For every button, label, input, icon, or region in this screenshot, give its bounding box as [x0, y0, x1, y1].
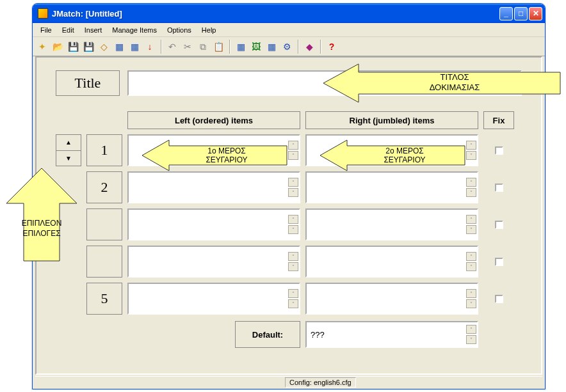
- maximize-button[interactable]: □: [514, 7, 528, 20]
- web4-icon: ⚙: [283, 42, 291, 51]
- right-item-input[interactable]: [307, 210, 477, 239]
- default-input[interactable]: [307, 322, 477, 347]
- tb-config-button[interactable]: ◆: [302, 40, 316, 54]
- tb-saveall-button[interactable]: 💾: [81, 40, 95, 54]
- left-item-input[interactable]: [129, 284, 299, 313]
- scroll-down-button[interactable]: ˅: [466, 262, 476, 271]
- scroll-up-button[interactable]: ˄: [288, 215, 298, 224]
- callout-extra-line2: ΕΠΙΛΟΓΕΣ: [22, 229, 60, 238]
- callout-right-item: 2ο ΜΕΡΟΣ ΣΕΥΓΑΡΙΟΥ: [320, 137, 467, 173]
- right-item-input[interactable]: [307, 284, 477, 313]
- tb-arrowdown-button[interactable]: ↓: [143, 40, 157, 54]
- export1-icon: ▦: [115, 42, 124, 51]
- menubar: File Edit Insert Manage Items Options He…: [33, 23, 545, 37]
- left-item-input[interactable]: [129, 173, 299, 202]
- scroll-down-button[interactable]: ˅: [466, 225, 476, 234]
- reorder-buttons: ▲ ▼: [56, 134, 81, 166]
- item-row: 5 ˄˅ ˄˅: [56, 283, 522, 315]
- scroll-down-button[interactable]: ˅: [466, 188, 476, 197]
- minimize-button[interactable]: _: [499, 7, 513, 20]
- menu-file[interactable]: File: [35, 24, 57, 36]
- menu-options[interactable]: Options: [162, 24, 197, 36]
- callout-title-line1: ΤΙΤΛΟΣ: [440, 72, 469, 82]
- web1-icon: ▦: [237, 42, 245, 51]
- right-item-field: ˄˅: [305, 171, 478, 203]
- tb-web4-button[interactable]: ⚙: [280, 40, 294, 54]
- item-row: 2 ˄˅ ˄˅: [56, 171, 522, 203]
- callout-title-line2: ΔΟΚΙΜΑΣΙΑΣ: [430, 82, 480, 92]
- tb-web1-button[interactable]: ▦: [234, 40, 248, 54]
- scroll-down-button[interactable]: ˅: [288, 151, 298, 160]
- toolbar-separator: [229, 40, 230, 54]
- tb-image-button[interactable]: 🖼: [249, 40, 263, 54]
- menu-manage-items[interactable]: Manage Items: [107, 24, 162, 36]
- fix-cell: [483, 208, 514, 240]
- item-row: ˄˅ ˄˅: [56, 208, 522, 240]
- scroll-up-button[interactable]: ˄: [466, 178, 476, 187]
- tb-help-button[interactable]: ?: [325, 40, 339, 54]
- scroll-up-button[interactable]: ˄: [466, 141, 476, 150]
- fix-checkbox[interactable]: [495, 295, 503, 303]
- scroll-up-button[interactable]: ˄: [288, 141, 298, 150]
- tb-save-button[interactable]: 💾: [66, 40, 80, 54]
- left-item-input[interactable]: [129, 210, 299, 239]
- row-number: 1: [86, 134, 122, 166]
- scroll-up-button[interactable]: ˄: [466, 215, 476, 224]
- scroll-up-button[interactable]: ˄: [466, 252, 476, 261]
- new-icon: ✦: [38, 42, 46, 51]
- tb-new-button[interactable]: ✦: [35, 40, 49, 54]
- tb-web3-button[interactable]: ▦: [264, 40, 279, 54]
- fix-cell: [483, 283, 514, 315]
- tb-paste-button[interactable]: 📋: [211, 40, 225, 54]
- titlebar[interactable]: JMatch: [Untitled] _ □ ✕: [33, 4, 545, 23]
- right-item-input[interactable]: [307, 173, 477, 202]
- right-items-header[interactable]: Right (jumbled) items: [305, 111, 478, 129]
- right-item-input[interactable]: [307, 247, 477, 276]
- toolbar-separator: [161, 40, 161, 54]
- left-item-input[interactable]: [129, 247, 299, 276]
- callout-left-item: 1ο ΜΕΡΟΣ ΣΕΥΓΑΡΙΟΥ: [142, 137, 289, 173]
- scroll-up-button[interactable]: ˄: [288, 178, 298, 187]
- paste-icon: 📋: [213, 42, 224, 51]
- toolbar: ✦ 📂 💾 💾 ◇ ▦ ▦ ↓ ↶ ✂ ⧉ 📋 ▦ 🖼 ▦ ⚙ ◆ ?: [33, 37, 545, 56]
- tb-open-button[interactable]: 📂: [51, 40, 65, 54]
- tb-erase-button[interactable]: ◇: [97, 40, 111, 54]
- move-up-button[interactable]: ▲: [56, 135, 81, 150]
- close-button[interactable]: ✕: [529, 7, 542, 20]
- tb-export1-button[interactable]: ▦: [112, 40, 126, 54]
- fix-checkbox[interactable]: [495, 146, 503, 155]
- tb-cut-button[interactable]: ✂: [181, 40, 195, 54]
- toolbar-separator: [320, 40, 321, 54]
- item-row: ˄˅ ˄˅: [56, 246, 522, 278]
- menu-help[interactable]: Help: [197, 24, 222, 36]
- left-items-header[interactable]: Left (ordered) items: [127, 111, 300, 129]
- menu-insert[interactable]: Insert: [79, 24, 108, 36]
- menu-edit[interactable]: Edit: [57, 24, 79, 36]
- scroll-down-button[interactable]: ˅: [288, 188, 298, 197]
- fix-header[interactable]: Fix: [483, 111, 514, 129]
- fix-checkbox[interactable]: [495, 221, 503, 229]
- open-icon: 📂: [53, 42, 63, 51]
- scroll-down-button[interactable]: ˅: [466, 335, 476, 344]
- tb-export2-button[interactable]: ▦: [127, 40, 142, 54]
- scroll-up-button[interactable]: ˄: [288, 289, 298, 298]
- scroll-down-button[interactable]: ˅: [288, 262, 298, 271]
- tb-copy-button[interactable]: ⧉: [196, 40, 210, 54]
- scroll-down-button[interactable]: ˅: [288, 225, 298, 234]
- default-label: Default:: [235, 321, 300, 348]
- saveall-icon: 💾: [83, 42, 94, 51]
- left-item-field: ˄˅: [127, 171, 300, 203]
- scroll-down-button[interactable]: ˅: [466, 151, 476, 160]
- left-item-field: ˄˅: [127, 208, 300, 240]
- image-icon: 🖼: [252, 42, 261, 51]
- move-down-button[interactable]: ▼: [56, 150, 81, 166]
- fix-checkbox[interactable]: [495, 184, 503, 192]
- callout-left-line2: ΣΕΥΓΑΡΙΟΥ: [206, 155, 247, 164]
- scroll-up-button[interactable]: ˄: [466, 325, 476, 334]
- tb-undo-button[interactable]: ↶: [165, 40, 179, 54]
- scroll-down-button[interactable]: ˅: [288, 299, 298, 308]
- scroll-down-button[interactable]: ˅: [466, 299, 476, 308]
- scroll-up-button[interactable]: ˄: [288, 252, 298, 261]
- scroll-up-button[interactable]: ˄: [466, 289, 476, 298]
- fix-checkbox[interactable]: [495, 258, 503, 266]
